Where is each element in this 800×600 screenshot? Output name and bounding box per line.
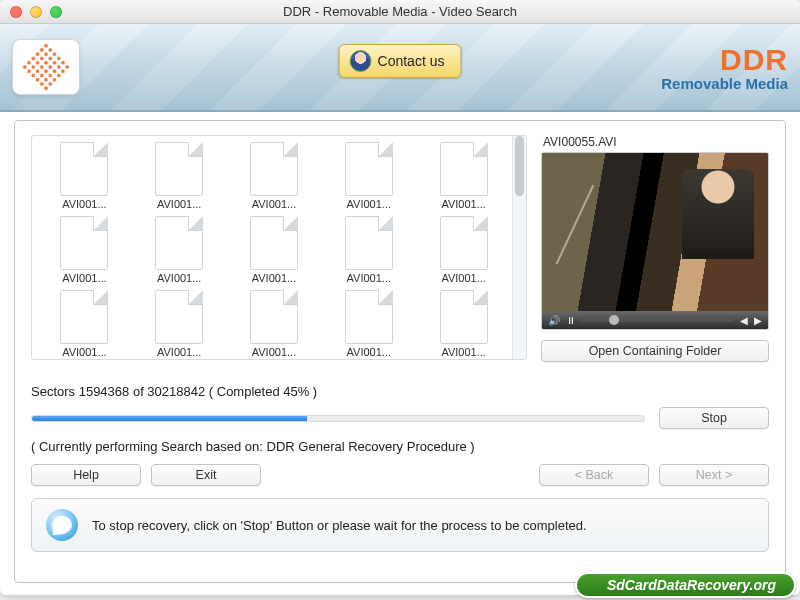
volume-icon[interactable]: 🔊 <box>548 315 560 326</box>
contact-label: Contact us <box>378 53 445 69</box>
file-icon <box>440 290 488 344</box>
minimize-icon[interactable] <box>30 6 42 18</box>
file-name: AVI001... <box>135 272 224 284</box>
app-window: DDR - Removable Media - Video Search Con… <box>0 0 800 595</box>
help-button[interactable]: Help <box>31 464 141 486</box>
file-icon <box>60 290 108 344</box>
file-name: AVI001... <box>324 272 413 284</box>
file-item[interactable]: AVI001... <box>324 216 413 284</box>
info-icon <box>46 509 78 541</box>
file-item[interactable]: AVI001... <box>135 216 224 284</box>
titlebar: DDR - Removable Media - Video Search <box>0 0 800 24</box>
file-item[interactable]: AVI001... <box>40 290 129 358</box>
prev-icon[interactable]: ◀ <box>740 315 748 326</box>
open-containing-folder-button[interactable]: Open Containing Folder <box>541 340 769 362</box>
file-icon <box>155 290 203 344</box>
header-band: Contact us DDR Removable Media <box>0 24 800 112</box>
contact-us-button[interactable]: Contact us <box>339 44 462 78</box>
hint-text: To stop recovery, click on 'Stop' Button… <box>92 518 587 533</box>
file-item[interactable]: AVI001... <box>324 142 413 210</box>
file-icon <box>345 290 393 344</box>
file-name: AVI001... <box>40 198 129 210</box>
next-button[interactable]: Next > <box>659 464 769 486</box>
hint-box: To stop recovery, click on 'Stop' Button… <box>31 498 769 552</box>
file-icon <box>60 216 108 270</box>
file-name: AVI001... <box>419 346 508 358</box>
file-name: AVI001... <box>230 346 319 358</box>
preview-box: 🔊 ⏸ ◀ ▶ <box>541 152 769 330</box>
progress-section: Sectors 1594368 of 30218842 ( Completed … <box>31 384 769 454</box>
file-icon <box>60 142 108 196</box>
file-item[interactable]: AVI001... <box>230 142 319 210</box>
brand-block: DDR Removable Media <box>661 43 788 92</box>
file-name: AVI001... <box>324 346 413 358</box>
window-controls <box>10 6 62 18</box>
back-button[interactable]: < Back <box>539 464 649 486</box>
file-scrollbar[interactable] <box>512 136 526 359</box>
preview-image <box>542 153 768 311</box>
scrollbar-thumb[interactable] <box>515 136 524 196</box>
file-item[interactable]: AVI001... <box>419 216 508 284</box>
file-icon <box>250 216 298 270</box>
file-name: AVI001... <box>135 198 224 210</box>
file-item[interactable]: AVI001... <box>135 142 224 210</box>
file-item[interactable]: AVI001... <box>135 290 224 358</box>
file-icon <box>440 142 488 196</box>
file-name: AVI001... <box>40 272 129 284</box>
logo-diamond-icon <box>21 42 72 93</box>
file-item[interactable]: AVI001... <box>40 142 129 210</box>
brand-main: DDR <box>661 43 788 77</box>
file-item[interactable]: AVI001... <box>324 290 413 358</box>
pause-icon[interactable]: ⏸ <box>566 315 576 326</box>
file-item[interactable]: AVI001... <box>230 216 319 284</box>
seek-bar[interactable] <box>582 318 734 322</box>
progress-bar <box>31 415 645 422</box>
file-icon <box>155 142 203 196</box>
file-name: AVI001... <box>324 198 413 210</box>
file-item[interactable]: AVI001... <box>419 142 508 210</box>
file-icon <box>250 290 298 344</box>
file-name: AVI001... <box>419 198 508 210</box>
video-controls: 🔊 ⏸ ◀ ▶ <box>542 311 768 329</box>
zoom-icon[interactable] <box>50 6 62 18</box>
progress-fill <box>32 416 307 421</box>
preview-filename: AVI00055.AVI <box>541 135 769 149</box>
file-name: AVI001... <box>135 346 224 358</box>
file-icon <box>345 216 393 270</box>
exit-button[interactable]: Exit <box>151 464 261 486</box>
file-name: AVI001... <box>419 272 508 284</box>
file-icon <box>155 216 203 270</box>
watermark: SdCardDataRecovery.org <box>575 572 796 598</box>
close-icon[interactable] <box>10 6 22 18</box>
file-item[interactable]: AVI001... <box>230 290 319 358</box>
status-line: ( Currently performing Search based on: … <box>31 439 769 454</box>
next-icon[interactable]: ▶ <box>754 315 762 326</box>
file-name: AVI001... <box>230 272 319 284</box>
app-logo <box>12 39 80 95</box>
file-name: AVI001... <box>230 198 319 210</box>
file-list-pane: AVI001...AVI001...AVI001...AVI001...AVI0… <box>31 135 527 360</box>
file-icon <box>345 142 393 196</box>
contact-avatar-icon <box>350 50 372 72</box>
stop-button[interactable]: Stop <box>659 407 769 429</box>
file-icon <box>440 216 488 270</box>
progress-label: Sectors 1594368 of 30218842 ( Completed … <box>31 384 769 399</box>
file-item[interactable]: AVI001... <box>40 216 129 284</box>
window-title: DDR - Removable Media - Video Search <box>0 4 800 19</box>
file-name: AVI001... <box>40 346 129 358</box>
brand-sub: Removable Media <box>661 75 788 92</box>
file-icon <box>250 142 298 196</box>
file-item[interactable]: AVI001... <box>419 290 508 358</box>
body-area: AVI001...AVI001...AVI001...AVI001...AVI0… <box>14 120 786 583</box>
bottom-buttons: Help Exit < Back Next > <box>31 464 769 486</box>
